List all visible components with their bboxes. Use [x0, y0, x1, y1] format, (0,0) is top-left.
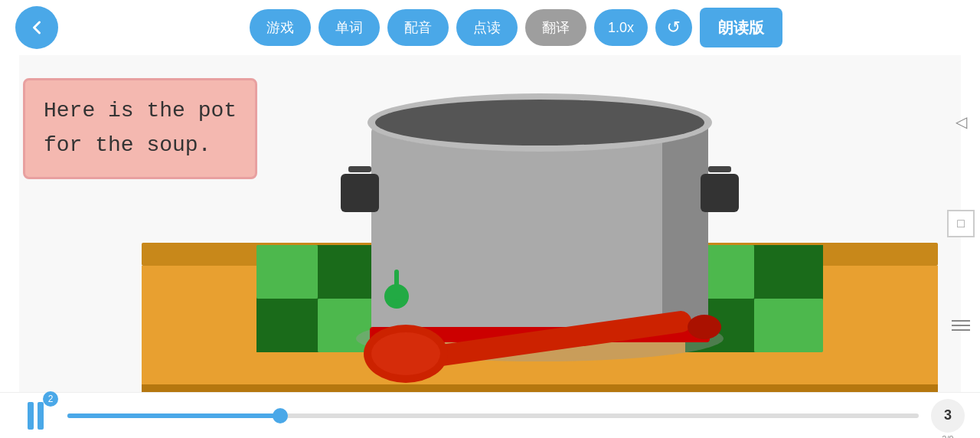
svg-rect-20	[341, 174, 379, 212]
audio-button[interactable]: 配音	[387, 9, 449, 46]
svg-rect-22	[701, 174, 739, 212]
svg-rect-30	[394, 270, 399, 300]
menu-line-1	[952, 320, 970, 322]
back-button[interactable]	[15, 6, 58, 49]
svg-rect-5	[256, 245, 318, 299]
svg-rect-23	[708, 166, 731, 172]
pause-bar-right	[38, 402, 44, 430]
main-content: Here is the pot for the soup.	[0, 55, 980, 392]
translate-button[interactable]: 翻译	[525, 9, 586, 46]
svg-rect-13	[754, 245, 823, 299]
toolbar: 游戏 单词 配音 点读 翻译 1.0x ↻ 朗读版	[0, 0, 980, 55]
progress-thumb[interactable]	[273, 408, 288, 423]
svg-rect-15	[371, 124, 708, 338]
game-button[interactable]: 游戏	[250, 9, 311, 46]
triangle-button[interactable]: ◁	[947, 108, 975, 136]
svg-rect-11	[754, 299, 823, 352]
svg-point-19	[375, 100, 704, 145]
menu-button[interactable]	[947, 312, 975, 339]
progress-bar[interactable]	[67, 413, 919, 418]
svg-rect-8	[318, 245, 379, 299]
play-pause-button[interactable]: 2	[15, 396, 55, 436]
progress-fill	[67, 413, 280, 418]
menu-line-3	[952, 329, 970, 331]
page-badge: 2	[43, 391, 58, 407]
text-line1: Here is the pot	[44, 94, 237, 129]
svg-rect-16	[662, 124, 708, 338]
pause-icon	[28, 402, 44, 430]
svg-rect-3	[142, 384, 938, 392]
pause-bar-left	[28, 402, 34, 430]
refresh-icon: ↻	[667, 18, 681, 38]
page-counter: 3	[931, 399, 965, 433]
speed-button[interactable]: 1.0x	[594, 9, 648, 46]
reading-button[interactable]: 朗读版	[700, 8, 782, 47]
refresh-button[interactable]: ↻	[655, 9, 692, 46]
back-icon	[28, 18, 46, 37]
page-total-label: 2/9	[942, 434, 953, 439]
scene-area: Here is the pot for the soup.	[0, 55, 980, 392]
dotread-button[interactable]: 点读	[456, 9, 518, 46]
svg-point-28	[688, 315, 721, 339]
text-box: Here is the pot for the soup.	[23, 78, 257, 179]
svg-rect-21	[348, 166, 371, 172]
menu-line-2	[952, 325, 970, 326]
svg-rect-7	[256, 299, 318, 352]
page-counter-wrapper: 3 2/9	[931, 399, 965, 433]
bottom-controls: 2 3 2/9	[0, 392, 980, 438]
nav-buttons: 游戏 单词 配音 点读 翻译 1.0x ↻ 朗读版	[250, 8, 782, 47]
square-icon: □	[957, 217, 965, 230]
word-button[interactable]: 单词	[318, 9, 380, 46]
square-button[interactable]: □	[947, 210, 975, 237]
svg-point-27	[371, 332, 440, 375]
right-controls: ◁ □	[942, 55, 980, 392]
triangle-icon: ◁	[956, 113, 967, 131]
text-line2: for the soup.	[44, 129, 237, 163]
